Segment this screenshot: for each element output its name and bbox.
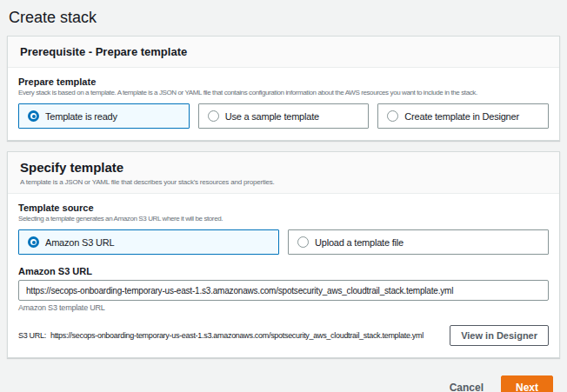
create-stack-page: Create stack Prerequisite - Prepare temp… bbox=[0, 0, 567, 392]
page-title: Create stack bbox=[7, 7, 560, 36]
prepare-template-label: Prepare template bbox=[18, 76, 549, 87]
prerequisite-panel-title: Prerequisite - Prepare template bbox=[20, 45, 547, 58]
s3-url-summary-label: S3 URL: bbox=[18, 331, 46, 340]
specify-template-header: Specify template A template is a JSON or… bbox=[8, 152, 559, 194]
option-label: Use a sample template bbox=[225, 111, 319, 122]
prerequisite-panel-body: Prepare template Every stack is based on… bbox=[8, 68, 559, 140]
radio-icon bbox=[208, 110, 219, 122]
prepare-template-description: Every stack is based on a template. A te… bbox=[18, 89, 549, 96]
radio-icon bbox=[387, 110, 398, 122]
radio-icon bbox=[297, 236, 309, 248]
prerequisite-panel-header: Prerequisite - Prepare template bbox=[8, 37, 559, 68]
specify-template-title: Specify template bbox=[20, 160, 547, 175]
specify-template-body: Template source Selecting a template gen… bbox=[8, 194, 559, 357]
s3-url-summary-row: S3 URL:https://secops-onboarding-tempora… bbox=[18, 325, 549, 346]
option-label: Template is ready bbox=[45, 111, 117, 122]
footer-actions: Cancel Next bbox=[7, 369, 560, 392]
view-in-designer-button[interactable]: View in Designer bbox=[450, 325, 549, 346]
radio-icon bbox=[28, 236, 39, 248]
option-use-sample-template[interactable]: Use a sample template bbox=[198, 103, 370, 129]
option-label: Create template in Designer bbox=[404, 111, 519, 122]
template-source-label: Template source bbox=[18, 203, 549, 213]
s3-url-summary-value: https://secops-onboarding-temporary-us-e… bbox=[50, 331, 424, 340]
option-create-template-in-designer[interactable]: Create template in Designer bbox=[377, 103, 549, 129]
amazon-s3-url-input[interactable] bbox=[18, 280, 549, 301]
template-source-options: Amazon S3 URL Upload a template file bbox=[18, 229, 549, 255]
option-amazon-s3-url[interactable]: Amazon S3 URL bbox=[18, 229, 279, 255]
amazon-s3-url-label: Amazon S3 URL bbox=[18, 266, 549, 276]
option-template-is-ready[interactable]: Template is ready bbox=[18, 103, 190, 129]
specify-template-description: A template is a JSON or YAML file that d… bbox=[20, 178, 547, 186]
s3-url-summary: S3 URL:https://secops-onboarding-tempora… bbox=[18, 331, 443, 340]
prerequisite-panel: Prerequisite - Prepare template Prepare … bbox=[7, 36, 560, 141]
template-source-description: Selecting a template generates an Amazon… bbox=[18, 215, 549, 223]
option-label: Upload a template file bbox=[315, 237, 404, 248]
cancel-button[interactable]: Cancel bbox=[446, 376, 487, 392]
prepare-template-options: Template is ready Use a sample template … bbox=[18, 103, 549, 129]
amazon-s3-url-helper: Amazon S3 template URL bbox=[18, 303, 549, 312]
radio-icon bbox=[28, 110, 39, 122]
option-upload-template-file[interactable]: Upload a template file bbox=[288, 229, 549, 255]
specify-template-panel: Specify template A template is a JSON or… bbox=[7, 151, 560, 358]
next-button[interactable]: Next bbox=[501, 375, 553, 392]
option-label: Amazon S3 URL bbox=[45, 237, 114, 248]
